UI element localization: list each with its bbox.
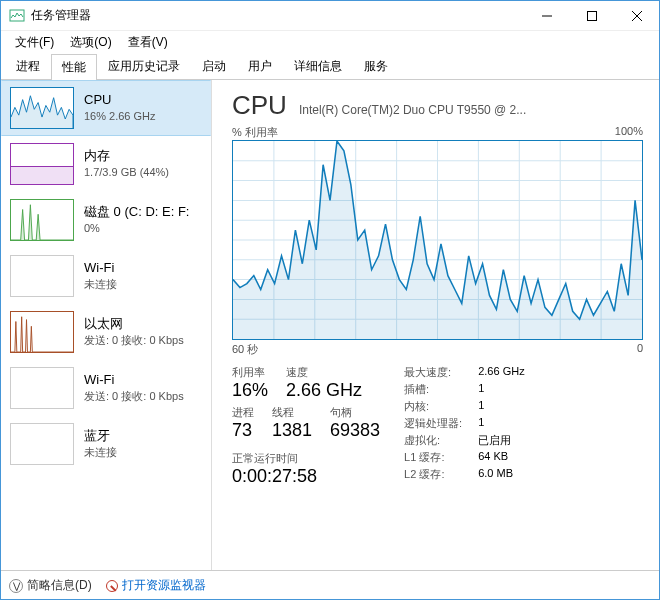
thumb-eth (10, 311, 74, 353)
sockets-k: 插槽: (404, 382, 462, 397)
tab-6[interactable]: 服务 (353, 53, 399, 79)
sidebar-item-cpu-0[interactable]: CPU16% 2.66 GHz (1, 80, 211, 136)
speed-label: 速度 (286, 365, 362, 380)
sidebar-item-wifi-5[interactable]: Wi-Fi发送: 0 接收: 0 Kbps (1, 360, 211, 416)
sidebar-title: 蓝牙 (84, 427, 117, 445)
lproc-k: 逻辑处理器: (404, 416, 462, 431)
fewer-details-button[interactable]: ⋁ 简略信息(D) (9, 577, 92, 594)
thumb-wifi (10, 255, 74, 297)
speed-value: 2.66 GHz (286, 380, 362, 401)
resource-monitor-label: 打开资源监视器 (122, 577, 206, 594)
close-button[interactable] (614, 1, 659, 31)
sidebar-sub: 发送: 0 接收: 0 Kbps (84, 389, 184, 404)
virt-k: 虚拟化: (404, 433, 462, 448)
cores-v: 1 (478, 399, 524, 414)
thumb-disk (10, 199, 74, 241)
menu-view[interactable]: 查看(V) (120, 32, 176, 53)
detail-desc: Intel(R) Core(TM)2 Duo CPU T9550 @ 2... (299, 103, 643, 117)
uptime-label: 正常运行时间 (232, 451, 380, 466)
maximize-button[interactable] (569, 1, 614, 31)
sidebar-sub: 1.7/3.9 GB (44%) (84, 165, 169, 180)
proc-value: 73 (232, 420, 254, 441)
proc-label: 进程 (232, 405, 254, 420)
chart-label-tl: % 利用率 (232, 125, 278, 140)
thread-label: 线程 (272, 405, 312, 420)
detail-title: CPU (232, 90, 287, 121)
menu-file[interactable]: 文件(F) (7, 32, 62, 53)
l1-k: L1 缓存: (404, 450, 462, 465)
thread-value: 1381 (272, 420, 312, 441)
tab-5[interactable]: 详细信息 (283, 53, 353, 79)
resource-monitor-link[interactable]: 打开资源监视器 (106, 577, 206, 594)
resource-monitor-icon (106, 580, 118, 592)
sidebar-title: 以太网 (84, 315, 184, 333)
lproc-v: 1 (478, 416, 524, 431)
maxspeed-v: 2.66 GHz (478, 365, 524, 380)
sidebar-sub: 0% (84, 221, 189, 236)
sockets-v: 1 (478, 382, 524, 397)
sidebar-sub: 未连接 (84, 277, 117, 292)
thumb-cpu (10, 87, 74, 129)
sidebar-title: 磁盘 0 (C: D: E: F: (84, 203, 189, 221)
sidebar-sub: 未连接 (84, 445, 117, 460)
handle-value: 69383 (330, 420, 380, 441)
tab-0[interactable]: 进程 (5, 53, 51, 79)
window-title: 任务管理器 (31, 7, 524, 24)
sidebar-title: CPU (84, 91, 156, 109)
sidebar-item-eth-4[interactable]: 以太网发送: 0 接收: 0 Kbps (1, 304, 211, 360)
cores-k: 内核: (404, 399, 462, 414)
menu-options[interactable]: 选项(O) (62, 32, 119, 53)
tab-1[interactable]: 性能 (51, 54, 97, 80)
app-icon (9, 8, 25, 24)
util-label: 利用率 (232, 365, 268, 380)
util-value: 16% (232, 380, 268, 401)
fewer-details-label: 简略信息(D) (27, 577, 92, 594)
chevron-down-icon: ⋁ (9, 579, 23, 593)
thumb-bt (10, 423, 74, 465)
sidebar-title: Wi-Fi (84, 259, 117, 277)
chart-label-bl: 60 秒 (232, 342, 258, 357)
chart-label-br: 0 (637, 342, 643, 357)
sidebar-title: Wi-Fi (84, 371, 184, 389)
l1-v: 64 KB (478, 450, 524, 465)
handle-label: 句柄 (330, 405, 380, 420)
uptime-value: 0:00:27:58 (232, 466, 380, 487)
tab-2[interactable]: 应用历史记录 (97, 53, 191, 79)
sidebar-item-mem-1[interactable]: 内存1.7/3.9 GB (44%) (1, 136, 211, 192)
chart-label-tr: 100% (615, 125, 643, 140)
sidebar-item-wifi-3[interactable]: Wi-Fi未连接 (1, 248, 211, 304)
thumb-wifi (10, 367, 74, 409)
l2-v: 6.0 MB (478, 467, 524, 482)
sidebar-sub: 发送: 0 接收: 0 Kbps (84, 333, 184, 348)
thumb-mem (10, 143, 74, 185)
l2-k: L2 缓存: (404, 467, 462, 482)
sidebar-item-bt-6[interactable]: 蓝牙未连接 (1, 416, 211, 472)
virt-v: 已启用 (478, 433, 524, 448)
sidebar-item-disk-2[interactable]: 磁盘 0 (C: D: E: F:0% (1, 192, 211, 248)
cpu-chart (232, 140, 643, 340)
tab-4[interactable]: 用户 (237, 53, 283, 79)
tab-3[interactable]: 启动 (191, 53, 237, 79)
minimize-button[interactable] (524, 1, 569, 31)
sidebar-sub: 16% 2.66 GHz (84, 109, 156, 124)
maxspeed-k: 最大速度: (404, 365, 462, 380)
sidebar-title: 内存 (84, 147, 169, 165)
svg-rect-2 (587, 11, 596, 20)
